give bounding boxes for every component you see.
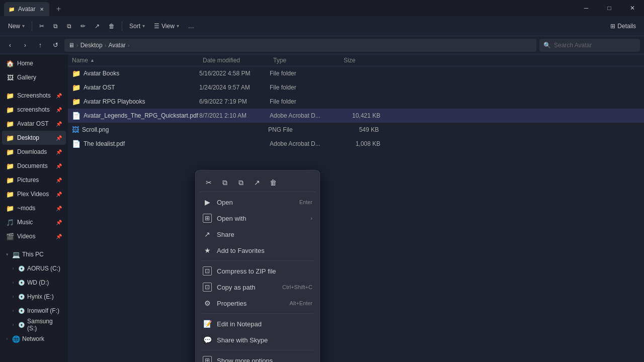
search-placeholder: Search Avatar <box>554 42 592 49</box>
new-button[interactable]: New ▾ <box>4 19 29 34</box>
pin-icon-pictures: 📌 <box>56 177 62 183</box>
ctx-paste-button[interactable]: ⧉ <box>234 175 248 190</box>
wd-icon: 💿 <box>18 280 25 286</box>
file-size-avatar-legends: 10,421 KB <box>340 112 380 119</box>
ctx-properties-label: Properties <box>217 300 284 307</box>
network-expand-icon: › <box>4 336 10 341</box>
ctx-item-open[interactable]: ▶ Open Enter <box>199 194 316 210</box>
tab-close-button[interactable]: ✕ <box>38 6 45 13</box>
file-date-avatar-ost: 1/24/2024 9:57 AM <box>199 84 270 91</box>
file-list: Name ▲ Date modified Type Size 📁 Avatar … <box>68 54 644 362</box>
column-name[interactable]: Name ▲ <box>72 57 203 64</box>
file-name-avatar-ost: Avatar OST <box>84 84 199 91</box>
column-type[interactable]: Type <box>273 57 344 64</box>
file-type-scroll: PNG File <box>268 126 339 133</box>
paste-button[interactable]: ⧉ <box>63 19 75 34</box>
breadcrumb[interactable]: 🖥 › Desktop › Avatar › <box>64 39 536 52</box>
file-type-avatar-books: File folder <box>270 70 340 77</box>
sidebar-item-ironwolf[interactable]: › 💿 Ironwolf (F:) <box>1 304 67 318</box>
file-date-avatar-books: 5/16/2022 4:58 PM <box>199 70 270 77</box>
view-button[interactable]: ☰ View ▾ <box>150 19 183 34</box>
rename-button[interactable]: ✏ <box>76 19 90 34</box>
folder-icon-documents: 📁 <box>6 162 14 170</box>
new-tab-button[interactable]: + <box>51 2 65 16</box>
sidebar-item-hynix[interactable]: › 💿 Hynix (E:) <box>1 290 67 304</box>
sidebar-item-this-pc[interactable]: ▾ 💻 This PC <box>1 247 67 261</box>
ctx-copy-button[interactable]: ⧉ <box>218 175 232 190</box>
ironwolf-expand-icon: › <box>10 308 16 313</box>
file-name-avatar-legends: Avatar_Legends_The_RPG_Quickstart.pdf <box>84 112 199 119</box>
column-date-modified[interactable]: Date modified <box>203 57 273 64</box>
ctx-item-add-favorites[interactable]: ★ Add to Favorites <box>199 242 316 258</box>
sidebar-item-documents[interactable]: 📁 Documents 📌 <box>2 159 66 173</box>
tab-avatar[interactable]: 📁 Avatar ✕ <box>4 2 49 16</box>
sidebar-item-wd[interactable]: › 💿 WD (D:) <box>1 276 67 290</box>
maximize-button[interactable]: □ <box>598 0 621 16</box>
forward-button[interactable]: › <box>19 39 31 51</box>
sidebar-item-mods[interactable]: 📁 ~mods 📌 <box>2 201 66 215</box>
sidebar-label-desktop: Desktop <box>17 134 53 141</box>
file-row-avatar-rpg[interactable]: 📁 Avatar RPG Playbooks 6/9/2022 7:19 PM … <box>68 95 644 109</box>
breadcrumb-desktop[interactable]: Desktop <box>80 42 103 49</box>
ctx-open-shortcut: Enter <box>299 199 312 205</box>
ctx-zip-label: Compress to ZIP file <box>217 267 312 275</box>
back-button[interactable]: ‹ <box>4 39 16 51</box>
ctx-open-icon: ▶ <box>203 198 212 207</box>
share-button[interactable]: ↗ <box>91 19 104 34</box>
sidebar-item-videos[interactable]: 🎬 Videos 📌 <box>2 229 66 243</box>
sidebar-label-screenshots-lower: screenshots <box>17 106 53 113</box>
delete-button[interactable]: 🗑 <box>105 19 119 34</box>
ctx-delete-button[interactable]: 🗑 <box>266 175 280 190</box>
ctx-item-open-with[interactable]: ⊞ Open with › <box>199 210 316 226</box>
sidebar-item-gallery[interactable]: 🖼 Gallery <box>2 70 66 84</box>
sidebar-item-aorus[interactable]: › 💿 AORUS (C:) <box>1 261 67 276</box>
sidebar-item-screenshots[interactable]: 📁 Screenshots 📌 <box>2 88 66 103</box>
folder-icon-avatar-ost-file: 📁 <box>72 83 80 92</box>
sidebar-item-music[interactable]: 🎵 Music 📌 <box>2 215 66 229</box>
file-row-avatar-books[interactable]: 📁 Avatar Books 5/16/2022 4:58 PM File fo… <box>68 66 644 80</box>
sidebar-item-network[interactable]: › 🌐 Network <box>1 332 67 346</box>
name-sort-arrow: ▲ <box>90 58 95 63</box>
file-row-avatar-pdf[interactable]: 📄 Avatar_Legends_The_RPG_Quickstart.pdf … <box>68 109 644 123</box>
up-button[interactable]: ↑ <box>34 39 46 51</box>
file-row-avatar-ost[interactable]: 📁 Avatar OST 1/24/2024 9:57 AM File fold… <box>68 80 644 95</box>
sidebar-item-plex-videos[interactable]: 📁 Plex Videos 📌 <box>2 187 66 201</box>
ctx-item-more-options[interactable]: ⊞ Show more options <box>199 352 316 362</box>
file-row-idealist-pdf[interactable]: 📄 The Idealist.pdf Adobe Acrobat D... 1,… <box>68 137 644 151</box>
refresh-button[interactable]: ↺ <box>49 39 61 51</box>
file-row-scroll-png[interactable]: 🖼 Scroll.png PNG File 549 KB <box>68 123 644 137</box>
breadcrumb-avatar[interactable]: Avatar <box>108 42 125 49</box>
ctx-share-button[interactable]: ↗ <box>250 175 264 190</box>
cut-button[interactable]: ✂ <box>35 19 48 34</box>
sidebar-item-avatar-ost[interactable]: 📁 Avatar OST 📌 <box>2 117 66 131</box>
sort-button[interactable]: Sort ▾ <box>125 19 149 34</box>
ctx-item-copy-path[interactable]: ⊡ Copy as path Ctrl+Shift+C <box>199 279 316 295</box>
column-size[interactable]: Size <box>344 57 384 64</box>
ctx-item-properties[interactable]: ⚙ Properties Alt+Enter <box>199 295 316 311</box>
ctx-cut-button[interactable]: ✂ <box>202 175 216 190</box>
close-button[interactable]: ✕ <box>621 0 644 16</box>
ctx-copy-path-shortcut: Ctrl+Shift+C <box>282 284 312 290</box>
search-bar[interactable]: 🔍 Search Avatar <box>539 39 640 52</box>
minimize-button[interactable]: ─ <box>575 0 598 16</box>
sidebar-item-pictures[interactable]: 📁 Pictures 📌 <box>2 173 66 187</box>
gallery-icon: 🖼 <box>6 73 14 81</box>
ctx-item-compress-zip[interactable]: ⊡ Compress to ZIP file <box>199 263 316 279</box>
folder-icon-desktop: 📁 <box>6 134 14 142</box>
folder-icon-avatar-rpg: 📁 <box>72 98 80 106</box>
sidebar-item-downloads[interactable]: 📁 Downloads 📌 <box>2 145 66 159</box>
sidebar-item-desktop[interactable]: 📁 Desktop 📌 <box>2 131 66 145</box>
ctx-properties-icon: ⚙ <box>203 299 212 308</box>
hynix-label: Hynix (E:) <box>27 293 54 300</box>
more-button[interactable]: … <box>184 19 198 34</box>
details-button[interactable]: ⊞ Details <box>606 19 640 34</box>
copy-icon: ⧉ <box>53 23 58 30</box>
ctx-item-skype[interactable]: 💬 Share with Skype <box>199 332 316 348</box>
sidebar-item-samsung[interactable]: › 💿 Samsung (S:) <box>1 318 67 332</box>
ctx-item-share[interactable]: ↗ Share <box>199 226 316 242</box>
sidebar-item-screenshots-lower[interactable]: 📁 screenshots 📌 <box>2 103 66 117</box>
ctx-item-edit-notepad[interactable]: 📝 Edit in Notepad <box>199 316 316 332</box>
copy-button[interactable]: ⧉ <box>49 19 62 34</box>
videos-icon: 🎬 <box>6 232 14 240</box>
sidebar-item-home[interactable]: 🏠 Home <box>2 56 66 70</box>
